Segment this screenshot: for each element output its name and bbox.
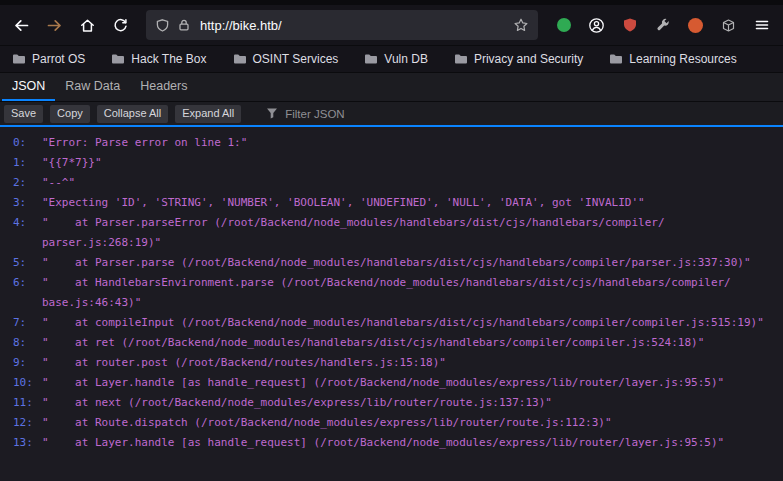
json-row-value: " at Layer.handle [as handle_request] (/… [42,433,781,453]
json-row-value: " at compileInput (/​root/​Backend/​node… [42,313,781,333]
browser-window: Parrot OS Hack The Box OSINT Services Vu… [0,0,783,481]
bookmark-star-icon[interactable] [513,17,529,33]
json-row-value: " at Parser.parse (/​root/​Backend/​node… [42,253,781,273]
url-bar[interactable] [146,10,538,40]
json-row-index: 0: [0,133,42,153]
json-row-value: " at HandlebarsEnvironment.parse (/​root… [42,273,781,313]
json-row: 6:" at HandlebarsEnvironment.parse (/​ro… [0,273,781,313]
json-row: 7:" at compileInput (/​root/​Backend/​no… [0,313,781,333]
bookmark-label: Hack The Box [131,52,206,66]
expand-all-button[interactable]: Expand All [175,105,241,123]
wrench-extension-button[interactable] [647,10,678,40]
save-button[interactable]: Save [4,105,43,123]
url-input[interactable] [198,17,506,34]
home-button[interactable] [72,10,103,40]
json-row: 8:" at ret (/​root/​Backend/​node_module… [0,333,781,353]
bookmark-label: Privacy and Security [474,52,583,66]
folder-icon [12,53,26,65]
reload-button[interactable] [105,10,136,40]
json-row-index: 5: [0,253,42,273]
fox-extension-button[interactable] [680,10,711,40]
account-button[interactable] [581,10,612,40]
json-row-value: "{{7*7}}" [42,153,781,173]
tracking-shield-icon[interactable] [155,18,170,33]
json-row: 10:" at Layer.handle [as handle_request]… [0,373,781,393]
forward-button[interactable] [39,10,70,40]
json-row-index: 13: [0,433,42,453]
json-row-index: 4: [0,213,42,253]
copy-button[interactable]: Copy [50,105,90,123]
collapse-all-button[interactable]: Collapse All [97,105,168,123]
json-content: 0:"Error: Parse error on line 1:"1:"{{7*… [0,127,783,481]
bookmark-label: Learning Resources [629,52,736,66]
home-icon [79,17,96,34]
json-row-value: " at next (/​root/​Backend/​node_modules… [42,393,781,413]
json-row-value: " at Route.dispatch (/​root/​Backend/​no… [42,413,781,433]
navigation-toolbar [0,5,783,45]
folder-icon [111,53,125,65]
json-row-value: "--^" [42,173,781,193]
tab-json[interactable]: JSON [2,73,55,101]
green-extension-button[interactable] [548,10,579,40]
jsonviewer-tab-bar: JSON Raw Data Headers [0,73,783,102]
bookmark-privacy-and-security[interactable]: Privacy and Security [454,52,583,66]
back-arrow-icon [13,17,30,34]
tab-raw-data[interactable]: Raw Data [55,73,130,101]
filter-json-box [266,105,413,123]
json-row-index: 12: [0,413,42,433]
bookmark-label: OSINT Services [253,52,339,66]
json-row-value: "Expecting 'ID', 'STRING', 'NUMBER', 'BO… [42,193,781,213]
green-circle-extension-icon [557,18,571,32]
folder-icon [233,53,247,65]
json-row-index: 10: [0,373,42,393]
json-row: 4:" at Parser.parseError (/​root/​Backen… [0,213,781,253]
json-rows: 0:"Error: Parse error on line 1:"1:"{{7*… [0,133,781,453]
json-row-index: 6: [0,273,42,313]
json-row-value: " at router.post (/​root/​Backend/​route… [42,353,781,373]
tab-headers[interactable]: Headers [130,73,197,101]
wrench-icon [655,17,671,33]
folder-icon [364,53,378,65]
json-row-value: "Error: Parse error on line 1:" [42,133,781,153]
json-row-value: " at Layer.handle [as handle_request] (/… [42,373,781,393]
back-button[interactable] [6,10,37,40]
bookmark-learning-resources[interactable]: Learning Resources [609,52,736,66]
filter-json-input[interactable] [283,107,413,121]
json-row-index: 7: [0,313,42,333]
orange-fox-extension-icon [688,18,703,33]
ublock-extension-button[interactable] [614,10,645,40]
package-extension-button[interactable] [713,10,744,40]
json-row: 9:" at router.post (/​root/​Backend/​rou… [0,353,781,373]
bookmark-label: Parrot OS [32,52,85,66]
bookmark-parrot-os[interactable]: Parrot OS [12,52,85,66]
hamburger-menu-icon [754,17,770,33]
json-row: 2:"--^" [0,173,781,193]
json-row: 12:" at Route.dispatch (/​root/​Backend/… [0,413,781,433]
bookmark-label: Vuln DB [384,52,428,66]
json-row: 13:" at Layer.handle [as handle_request]… [0,433,781,453]
json-row: 11:" at next (/​root/​Backend/​node_modu… [0,393,781,413]
json-row-index: 11: [0,393,42,413]
menu-button[interactable] [746,10,777,40]
package-cube-icon [721,18,736,33]
json-row-index: 3: [0,193,42,213]
ublock-shield-icon [622,17,638,33]
json-row-value: " at Parser.parseError (/​root/​Backend/… [42,213,781,253]
folder-icon [609,53,623,65]
bookmark-osint-services[interactable]: OSINT Services [233,52,339,66]
folder-icon [454,53,468,65]
filter-funnel-icon [266,105,278,123]
jsonviewer-action-bar: Save Copy Collapse All Expand All [0,102,783,127]
json-row-index: 8: [0,333,42,353]
lock-icon[interactable] [177,18,191,32]
bookmark-vuln-db[interactable]: Vuln DB [364,52,428,66]
json-row-index: 9: [0,353,42,373]
json-row-index: 1: [0,153,42,173]
json-row: 3:"Expecting 'ID', 'STRING', 'NUMBER', '… [0,193,781,213]
json-row: 1:"{{7*7}}" [0,153,781,173]
bookmarks-toolbar: Parrot OS Hack The Box OSINT Services Vu… [0,45,783,73]
json-row-value: " at ret (/​root/​Backend/​node_modules/… [42,333,781,353]
bookmark-hack-the-box[interactable]: Hack The Box [111,52,206,66]
forward-arrow-icon [46,17,63,34]
json-row: 0:"Error: Parse error on line 1:" [0,133,781,153]
